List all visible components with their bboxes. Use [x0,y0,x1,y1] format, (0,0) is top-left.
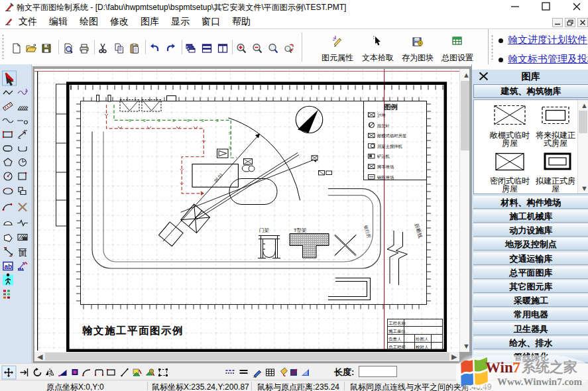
svg-text:s: s [172,118,175,123]
svg-text:工程名称: 工程名称 [388,321,406,326]
svg-text:铲运机: 铲运机 [377,154,390,158]
svg-text:式房屋: 式房屋 [544,139,567,148]
svg-text:校对人: 校对人 [415,345,429,350]
svg-text:s: s [229,131,231,135]
svg-text:s: s [187,118,190,123]
svg-text:翰文施工平面图示例: 翰文施工平面图示例 [82,325,184,336]
svg-text:门架: 门架 [259,227,269,233]
svg-text:房屋: 房屋 [502,184,518,194]
svg-text:绘图人: 绘图人 [416,337,429,342]
svg-text:房屋: 房屋 [502,139,518,148]
svg-text:施工单位: 施工单位 [388,329,406,333]
svg-text:s: s [143,118,146,123]
svg-text:s: s [129,118,131,123]
svg-text:屋: 屋 [552,184,559,194]
svg-text:图例: 图例 [384,103,398,111]
svg-text:s: s [158,118,160,123]
svg-text:T型架: T型架 [294,227,307,233]
svg-text:混凝土搅拌机: 混凝土搅拌机 [377,144,402,149]
svg-text:脚手堆场: 脚手堆场 [377,164,394,170]
svg-text:ab: ab [5,263,13,270]
svg-text:负责人: 负责人 [388,337,402,342]
svg-text:敞棚式临时房屋: 敞棚式临时房屋 [377,133,407,139]
svg-text:s: s [202,118,204,123]
svg-text:s: s [216,118,219,123]
svg-text:钢筋堆场: 钢筋堆场 [377,175,394,180]
svg-text:指北针: 指北针 [377,123,390,129]
svg-text:s: s [229,145,231,150]
svg-text:沙堆: 沙堆 [377,113,386,118]
svg-text:总工程师: 总工程师 [388,345,406,349]
